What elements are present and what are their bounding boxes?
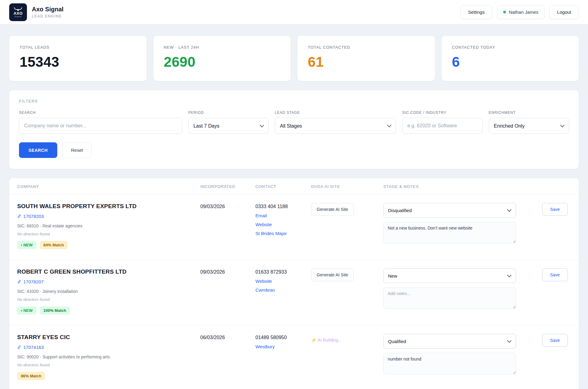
link-icon [17, 345, 21, 349]
stat-value: 61 [308, 54, 424, 70]
logo-text: AXO [13, 11, 23, 15]
website-link[interactable]: Website [255, 279, 304, 284]
stat-card-new-24h: NEW · LAST 24H 2690 [153, 36, 291, 81]
logo-subtext: Signal [14, 16, 22, 17]
generate-ai-site-button[interactable]: Generate AI Site [311, 268, 354, 281]
save-button[interactable]: Save [542, 334, 568, 347]
user-name: Nathan James [509, 9, 538, 15]
stat-label: TOTAL CONTACTED [308, 45, 424, 50]
ox-icon [14, 7, 22, 11]
save-cell: Save [523, 334, 571, 380]
period-field-group: PERIOD Last 7 Days [188, 110, 269, 134]
stat-label: NEW · LAST 24H [164, 45, 281, 50]
sic-field-group: SIC CODE / INDUSTRY [402, 110, 482, 134]
app-header: AXO Signal Axo Signal LEAD ENGINE Settin… [0, 0, 588, 24]
save-cell: Save [523, 203, 571, 249]
stage-select[interactable]: New [383, 268, 516, 283]
generate-ai-site-button[interactable]: Generate AI Site [311, 203, 354, 216]
lightning-icon: ⚡ [311, 338, 316, 342]
ai-building-label: AI Building... [318, 338, 342, 342]
save-cell: Save [523, 268, 571, 315]
period-label: PERIOD [188, 110, 269, 115]
filters-panel: FILTERS SEARCH PERIOD Last 7 Days LEAD S… [9, 90, 579, 169]
new-badge: • NEW [17, 306, 36, 315]
table-row: ROBERT C GREEN SHOPFITTERS LTD 17078207 … [9, 260, 579, 325]
new-badge: • NEW [17, 241, 36, 249]
app-title-block: Axo Signal LEAD ENGINE [32, 6, 63, 18]
sic-label: SIC CODE / INDUSTRY [402, 110, 482, 115]
badges: • NEW 100% Match [17, 306, 194, 315]
email-link[interactable]: Email [255, 213, 304, 218]
column-header-incorporated: INCORPORATED [200, 184, 255, 189]
lead-stage-label: LEAD STAGE [275, 110, 396, 115]
location-link[interactable]: Cwmbran [255, 287, 304, 293]
contact-phone: 01489 580950 [255, 334, 304, 340]
stage-select[interactable]: Disqualified [383, 203, 516, 218]
save-button[interactable]: Save [542, 203, 568, 216]
online-status-dot [503, 11, 506, 13]
search-input[interactable] [19, 118, 182, 134]
search-field-group: SEARCH [19, 110, 182, 134]
lead-stage-select-wrap: All Stages [275, 118, 396, 134]
table-header-row: COMPANY INCORPORATED CONTACT DUDA AI SIT… [9, 178, 579, 194]
search-button[interactable]: SEARCH [19, 142, 57, 158]
contact-cell: 0333 404 1188 Email Website St Brides Ma… [255, 203, 311, 249]
stat-card-contacted-today: CONTACTED TODAY 6 [442, 36, 579, 81]
company-sic: SIC: 43320 · Joinery installation [17, 289, 194, 294]
column-header-duda: DUDA AI SITE [311, 184, 383, 189]
save-button[interactable]: Save [542, 268, 568, 281]
company-name: ROBERT C GREEN SHOPFITTERS LTD [17, 268, 194, 275]
table-row: STARRY EYES CIC 17074163 SIC: 90020 · Su… [9, 325, 579, 389]
lead-stage-select[interactable]: All Stages [275, 118, 396, 134]
enrichment-field-group: ENRICHMENT Enriched Only [489, 110, 569, 134]
contact-phone: 0333 404 1188 [255, 203, 304, 209]
user-badge[interactable]: Nathan James [497, 5, 545, 19]
company-cell: ROBERT C GREEN SHOPFITTERS LTD 17078207 … [17, 268, 200, 315]
period-select-wrap: Last 7 Days [188, 118, 269, 134]
match-badge: 100% Match [40, 306, 70, 315]
stage-notes-cell: Disqualified Not a new business. Don't w… [383, 203, 523, 249]
location-link[interactable]: Westbury [255, 344, 304, 349]
notes-textarea[interactable]: number not found [383, 353, 516, 374]
company-number-link[interactable]: 17074163 [17, 345, 44, 350]
incorporated-date: 06/03/2026 [200, 334, 255, 380]
settings-button[interactable]: Settings [460, 5, 492, 19]
filters-actions: SEARCH Reset [19, 142, 569, 158]
stat-value: 6 [452, 54, 569, 70]
link-icon [17, 214, 21, 218]
period-select[interactable]: Last 7 Days [188, 118, 269, 134]
reset-button[interactable]: Reset [62, 142, 92, 158]
sic-input[interactable] [402, 118, 482, 134]
company-name: SOUTH WALES PROPERTY EXPERTS LTD [17, 203, 194, 210]
stage-select[interactable]: Qualified [383, 334, 516, 349]
link-icon [17, 280, 21, 284]
match-badge: 84% Match [40, 241, 68, 249]
leads-table: COMPANY INCORPORATED CONTACT DUDA AI SIT… [9, 178, 579, 389]
enrichment-select[interactable]: Enriched Only [489, 118, 569, 134]
stage-select-wrap: Disqualified [383, 203, 516, 218]
header-actions: Settings Nathan James Logout [460, 5, 579, 19]
duda-cell: ⚡AI Building... [311, 334, 383, 380]
company-number-link[interactable]: 17078207 [17, 279, 44, 284]
stage-select-wrap: Qualified [383, 334, 516, 349]
directors-note: No directors found [17, 232, 194, 236]
notes-textarea[interactable]: Not a new business. Don't want new websi… [383, 222, 516, 243]
stage-select-wrap: New [383, 268, 516, 283]
enrichment-select-wrap: Enriched Only [489, 118, 569, 134]
contact-phone: 01633 872933 [255, 268, 304, 275]
location-link[interactable]: St Brides Major [255, 231, 304, 236]
company-number-link[interactable]: 17078203 [17, 214, 44, 219]
company-cell: STARRY EYES CIC 17074163 SIC: 90020 · Su… [17, 334, 200, 380]
table-row: SOUTH WALES PROPERTY EXPERTS LTD 1707820… [9, 194, 579, 260]
notes-textarea[interactable] [383, 287, 516, 309]
stage-notes-cell: New [383, 268, 523, 315]
company-sic: SIC: 68310 · Real estate agencies [17, 223, 194, 228]
contact-cell: 01489 580950 Westbury [255, 334, 311, 380]
duda-cell: Generate AI Site [311, 203, 383, 249]
website-link[interactable]: Website [255, 222, 304, 227]
stat-value: 2690 [164, 54, 281, 70]
column-header-actions [523, 184, 571, 189]
stage-notes-cell: Qualified number not found [383, 334, 523, 380]
company-number: 17078203 [23, 214, 44, 219]
logout-button[interactable]: Logout [549, 5, 579, 19]
